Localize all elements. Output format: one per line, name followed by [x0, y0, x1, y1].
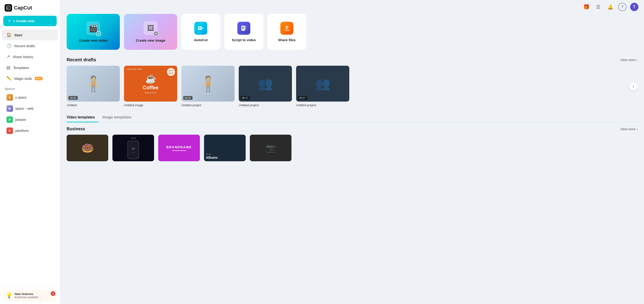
sidebar-item-share-label: Share history [13, 55, 33, 59]
new-features-item[interactable]: 💡 New features Keyframe available ... 3 [3, 290, 57, 301]
hero-script-label: Script to video [232, 38, 256, 42]
film-icon: 🎬 + [86, 21, 100, 35]
sidebar-item-recent-drafts[interactable]: 🕐 Recent drafts [2, 40, 58, 51]
template-card-3[interactable]: BRANDNAME [158, 135, 200, 161]
recent-drafts-section: Recent drafts View more › 🧍 00:05 Untitl… [66, 57, 638, 107]
help-icon[interactable]: ? [618, 3, 626, 11]
autocut-icon [194, 22, 207, 35]
script-icon-wrapper: AI [237, 22, 250, 35]
sidebar-item-share-history[interactable]: ↗ Share history [2, 51, 58, 62]
draft-card-5[interactable]: 👥 00:17 Untitled project [296, 66, 349, 107]
albums-title: Albums [206, 156, 218, 160]
hero-card-create-video[interactable]: 🎬 + Create new video [66, 14, 120, 50]
drafts-row: 🧍 00:05 Untitled ☕ Coffee NEW EVENT [66, 66, 638, 107]
albums-time: 11:11 [206, 153, 211, 155]
templates-tabs: Video templates Image templates [66, 113, 638, 122]
phone-screen-icon: 📱 [128, 141, 139, 159]
hero-card-script[interactable]: AI Script to video [224, 14, 263, 50]
templates-view-more[interactable]: View more › [620, 127, 638, 131]
menu-icon[interactable]: ☰ [594, 3, 602, 11]
script-icon: AI [237, 22, 250, 35]
sidebar-space-plantform[interactable]: P plantform [2, 126, 58, 136]
app-name: CapCut [14, 5, 32, 11]
notification-icon[interactable]: 🔔 [606, 3, 614, 11]
draft-card-2[interactable]: ☕ Coffee NEW EVENT 25%OFF +155-826-7855 … [124, 66, 177, 107]
sidebar-item-templates[interactable]: ▤ Templates [2, 62, 58, 73]
draft-card-3[interactable]: 🧍 00:05 Untitled project [181, 66, 234, 107]
sidebar-footer: 💡 New features Keyframe available ... 3 [0, 287, 60, 304]
hero-cards-row: 🎬 + Create new video 🖼 + Create new imag… [66, 14, 638, 50]
spaces-label: Spaces [0, 84, 60, 92]
coffee-beans-icon: ☕ [145, 74, 156, 84]
new-features-title: New features [14, 292, 41, 296]
plus-icon: ＋ [8, 18, 11, 23]
hero-card-create-image[interactable]: 🖼 + Create new image [124, 14, 177, 50]
chevron-right-icon: › [636, 58, 638, 62]
draft-card-4[interactable]: 👥 00:17 Untitled project [239, 66, 292, 107]
chevron-right-icon-2: › [636, 127, 638, 131]
content-area: 🎬 + Create new video 🖼 + Create new imag… [60, 14, 644, 304]
carousel-next-button[interactable]: › [629, 82, 638, 90]
lightbulb-icon: 💡 [6, 293, 12, 299]
svg-text:AI: AI [245, 26, 246, 28]
brand-content: BRANDNAME [158, 135, 200, 161]
donut-icon: 🍩 [66, 135, 108, 161]
draft-thumb-2: ☕ Coffee NEW EVENT 25%OFF +155-826-7855 [124, 66, 177, 102]
app-logo[interactable]: CapCut [0, 0, 60, 16]
create-new-label: + Create new [13, 19, 34, 23]
video-icon-wrapper: 🎬 + [86, 21, 100, 35]
panpan-avatar: P [6, 116, 13, 123]
share-icon: ↗ [6, 54, 10, 59]
tab-image-templates[interactable]: Image templates [102, 113, 135, 122]
tab-video-templates[interactable]: Video templates [66, 113, 98, 122]
coffee-subevent: NEW EVENT [144, 92, 157, 94]
templates-section-header: Business View more › [66, 126, 638, 132]
draft-thumb-3: 🧍 00:05 [181, 66, 234, 102]
hero-image-label: Create new image [136, 38, 166, 42]
space2-label: space – web [15, 107, 34, 110]
hero-autocut-label: AutoCut [194, 38, 208, 42]
draft-thumb-5: 👥 00:17 [296, 66, 349, 102]
gift-icon[interactable]: 🎁 [582, 3, 590, 11]
hero-card-autocut[interactable]: AutoCut [181, 14, 220, 50]
user-avatar[interactable]: T [630, 3, 638, 11]
sidebar-item-templates-label: Templates [13, 66, 29, 70]
create-new-button[interactable]: ＋ + Create new [3, 16, 57, 26]
draft-time-3: 00:05 [183, 96, 192, 100]
hero-share-label: Share files [278, 38, 296, 42]
svg-rect-4 [286, 28, 288, 30]
template-card-1[interactable]: 🍩 [66, 135, 108, 161]
sidebar-space-1[interactable]: S s space [2, 92, 58, 103]
new-features-subtitle: Keyframe available ... [14, 296, 41, 299]
sidebar-item-start[interactable]: 🏠 Start [2, 30, 58, 40]
logo-icon [5, 4, 12, 12]
space1-label: s space [15, 96, 26, 99]
main-content: 🎁 ☰ 🔔 ? T 🎬 + Create new video [60, 0, 644, 304]
template-card-5[interactable]: 📷 [250, 135, 292, 161]
space1-avatar: S [6, 94, 13, 101]
sidebar: CapCut ＋ + Create new 🏠 Start 🕐 Recent d… [0, 0, 60, 304]
sidebar-item-recent-label: Recent drafts [14, 44, 35, 48]
templates-row: 🍩 11:11 📱 BRANDNAME [66, 135, 638, 161]
draft-time-5: 00:17 [298, 96, 307, 100]
brand-bar [172, 150, 186, 151]
topbar: 🎁 ☰ 🔔 ? T [60, 0, 644, 14]
sidebar-item-magic-tools[interactable]: ✏️ Magic tools Beta [2, 73, 58, 84]
recent-drafts-view-more[interactable]: View more › [620, 58, 638, 62]
albums-content: 11:11 Albums [204, 135, 246, 161]
template-card-4[interactable]: 11:11 Albums [204, 135, 246, 161]
share-files-icon [280, 22, 293, 35]
template-card-2[interactable]: 11:11 📱 [112, 135, 154, 161]
magic-icon: ✏️ [6, 76, 12, 81]
image-icon: 🖼 + [144, 21, 158, 35]
sidebar-space-web[interactable]: W space – web [2, 103, 58, 114]
phone-content: 11:11 📱 [112, 135, 154, 161]
recent-drafts-header: Recent drafts View more › [66, 57, 638, 62]
image-icon-wrapper: 🖼 + [144, 21, 158, 35]
sidebar-space-panpan[interactable]: P panpan [2, 114, 58, 125]
hero-card-share[interactable]: Share files [268, 14, 306, 50]
phone-number: +155-826-7855 [126, 68, 142, 70]
notification-badge: 3 [51, 291, 55, 296]
recent-drafts-title: Recent drafts [66, 57, 96, 62]
draft-card-1[interactable]: 🧍 00:05 Untitled [66, 66, 120, 107]
